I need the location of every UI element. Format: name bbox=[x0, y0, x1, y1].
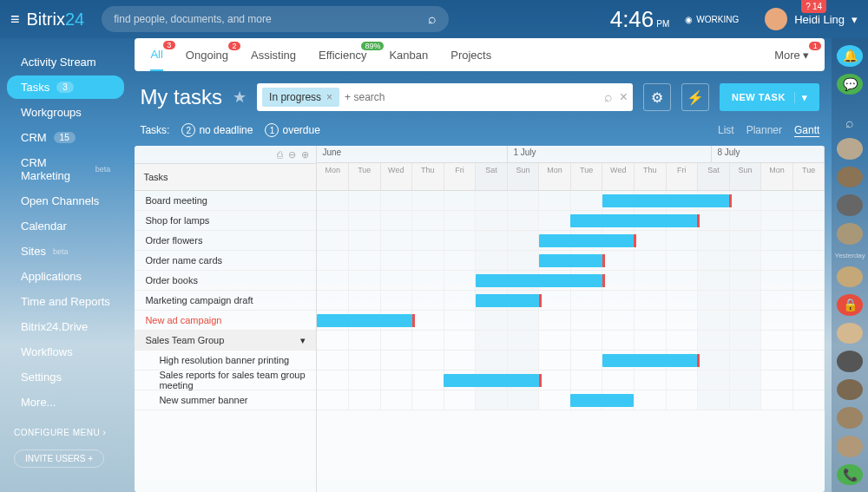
task-row[interactable]: Order name cards bbox=[135, 251, 316, 271]
lock-icon[interactable]: 🔒 bbox=[837, 294, 863, 316]
grid-row bbox=[317, 191, 825, 211]
sidebar-item[interactable]: Open Channels bbox=[7, 189, 124, 213]
task-row[interactable]: New summer banner bbox=[135, 390, 316, 410]
logo[interactable]: Bitrix24 bbox=[27, 10, 85, 30]
sidebar-item[interactable]: CRM Marketingbeta bbox=[7, 151, 124, 187]
gantt-bar[interactable] bbox=[476, 274, 602, 287]
task-row[interactable]: Sales Team Group▾ bbox=[135, 331, 316, 351]
invite-users-button[interactable]: INVITE USERS + bbox=[14, 449, 104, 468]
day-header: Sat bbox=[476, 163, 508, 190]
help-badge[interactable]: ?14 bbox=[801, 0, 826, 13]
gantt-bar[interactable] bbox=[539, 234, 635, 247]
sidebar-item[interactable]: Sitesbeta bbox=[7, 239, 124, 263]
day-header: Fri bbox=[444, 163, 477, 190]
configure-menu[interactable]: CONFIGURE MENU › bbox=[14, 428, 117, 437]
sidebar-item[interactable]: Workgroups bbox=[7, 101, 124, 124]
page-title: My tasks bbox=[140, 85, 222, 109]
gantt-bar[interactable] bbox=[570, 214, 697, 227]
tab[interactable]: Ongoing2 bbox=[186, 40, 228, 70]
sidebar-item[interactable]: More... bbox=[7, 390, 124, 414]
search-icon[interactable]: ⌕ bbox=[845, 115, 854, 131]
gantt-bar[interactable] bbox=[444, 374, 539, 387]
sidebar-item[interactable]: Applications bbox=[7, 265, 124, 288]
menu-icon[interactable]: ≡ bbox=[10, 10, 20, 29]
task-row[interactable]: Board meeting bbox=[135, 191, 316, 211]
tab[interactable]: Efficiency89% bbox=[319, 40, 366, 70]
zoom-out-icon[interactable]: ⊖ bbox=[288, 149, 296, 160]
sidebar-item[interactable]: Time and Reports bbox=[7, 290, 124, 313]
contact-avatar[interactable] bbox=[837, 138, 863, 160]
gantt-view: ⎙⊖⊕ Tasks Board meetingShop for lampsOrd… bbox=[135, 146, 825, 492]
tab[interactable]: Projects bbox=[450, 40, 491, 70]
sidebar-item[interactable]: Tasks3 bbox=[7, 75, 124, 99]
day-header: Wed bbox=[381, 163, 413, 190]
day-header: Sun bbox=[730, 163, 762, 190]
working-status[interactable]: ◉ WORKING bbox=[685, 15, 739, 24]
sidebar-item[interactable]: Settings bbox=[7, 365, 124, 389]
filter-input[interactable] bbox=[345, 91, 599, 103]
sidebar-item[interactable]: Calendar bbox=[7, 214, 124, 238]
task-row[interactable]: Marketing campaign draft bbox=[135, 291, 316, 311]
tab[interactable]: Assisting bbox=[251, 40, 296, 70]
content: All3Ongoing2AssistingEfficiency89%Kanban… bbox=[131, 38, 832, 492]
chat-icon[interactable]: 💬 bbox=[837, 74, 863, 95]
view-list[interactable]: List bbox=[718, 124, 734, 137]
gantt-bar[interactable] bbox=[317, 314, 412, 327]
contact-avatar[interactable] bbox=[837, 379, 863, 401]
tab[interactable]: Kanban bbox=[389, 40, 428, 70]
contact-avatar[interactable] bbox=[837, 407, 863, 429]
search-icon[interactable]: ⌕ bbox=[604, 89, 613, 105]
filter-box[interactable]: In progress× ⌕× bbox=[257, 83, 633, 111]
contact-avatar[interactable] bbox=[837, 323, 863, 344]
gantt-bar[interactable] bbox=[570, 394, 634, 407]
star-icon[interactable]: ★ bbox=[233, 88, 247, 107]
sidebar-item[interactable]: Activity Stream bbox=[7, 50, 124, 74]
gantt-bar[interactable] bbox=[602, 354, 698, 367]
gantt-bar[interactable] bbox=[539, 254, 602, 267]
task-row[interactable]: Shop for lamps bbox=[135, 211, 316, 231]
new-task-button[interactable]: NEW TASK▾ bbox=[720, 83, 819, 111]
contact-avatar[interactable] bbox=[837, 436, 863, 457]
view-gantt[interactable]: Gantt bbox=[794, 124, 819, 137]
view-planner[interactable]: Planner bbox=[746, 124, 782, 137]
tab[interactable]: All3 bbox=[150, 39, 162, 71]
filter-chip[interactable]: In progress× bbox=[262, 88, 339, 107]
notifications-icon[interactable]: 🔔 bbox=[837, 45, 863, 67]
task-row[interactable]: Order books bbox=[135, 271, 316, 291]
bolt-button[interactable]: ⚡ bbox=[681, 83, 709, 111]
task-row[interactable]: New ad campaign bbox=[135, 311, 316, 331]
no-deadline-stat[interactable]: 2no deadline bbox=[181, 123, 253, 137]
close-icon[interactable]: × bbox=[326, 91, 332, 103]
task-row[interactable]: Order flowers bbox=[135, 231, 316, 251]
settings-button[interactable]: ⚙ bbox=[643, 83, 671, 111]
call-icon[interactable]: 📞 bbox=[837, 464, 863, 486]
sidebar-item[interactable]: CRM15 bbox=[7, 126, 124, 149]
global-search[interactable]: ⌕ bbox=[102, 6, 449, 32]
grid-row bbox=[317, 331, 825, 351]
tab-more[interactable]: More ▾1 bbox=[774, 40, 809, 70]
contact-avatar[interactable] bbox=[837, 167, 863, 188]
month-header: June bbox=[317, 146, 508, 162]
chevron-down-icon[interactable]: ▾ bbox=[794, 92, 808, 103]
search-input[interactable] bbox=[114, 13, 428, 25]
contact-avatar[interactable] bbox=[837, 266, 863, 288]
sidebar-item[interactable]: Workflows bbox=[7, 340, 124, 364]
contact-avatar[interactable] bbox=[837, 351, 863, 372]
contact-avatar[interactable] bbox=[837, 194, 863, 216]
sidebar: Activity StreamTasks3WorkgroupsCRM15CRM … bbox=[0, 38, 131, 492]
day-header: Mon bbox=[539, 163, 571, 190]
grid-row bbox=[317, 371, 825, 390]
gantt-bar[interactable] bbox=[602, 194, 729, 207]
print-icon[interactable]: ⎙ bbox=[277, 149, 283, 160]
task-row[interactable]: High resolution banner printing bbox=[135, 351, 316, 371]
gantt-bar[interactable] bbox=[476, 294, 539, 307]
view-switch: List Planner Gantt bbox=[718, 124, 819, 137]
contact-avatar[interactable] bbox=[837, 223, 863, 245]
day-header: Thu bbox=[412, 163, 444, 190]
overdue-stat[interactable]: 1overdue bbox=[265, 123, 319, 137]
task-row[interactable]: Sales reports for sales team group meeti… bbox=[135, 371, 316, 390]
close-icon[interactable]: × bbox=[620, 89, 628, 105]
sidebar-item[interactable]: Bitrix24.Drive bbox=[7, 315, 124, 338]
zoom-in-icon[interactable]: ⊕ bbox=[301, 149, 309, 160]
search-icon[interactable]: ⌕ bbox=[428, 11, 437, 27]
